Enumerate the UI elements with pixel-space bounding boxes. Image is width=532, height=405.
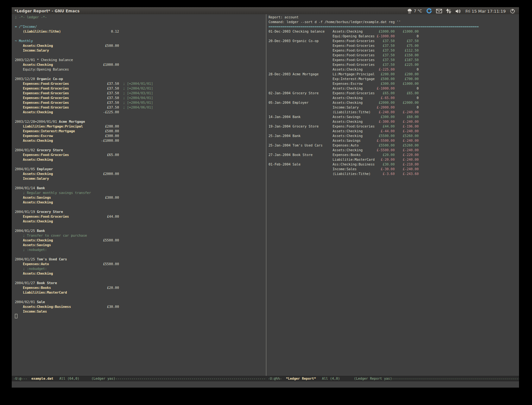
buffer-line: Assets:Checking £500.00	[15, 43, 266, 48]
text-segment: 19-Jan-2004 Grocery Store Expens:Food:Gr…	[269, 124, 375, 128]
text-segment: Income:Salary	[15, 177, 49, 180]
text-segment: £-196.00	[395, 124, 419, 128]
text-segment: £37.50	[107, 82, 119, 85]
text-segment: £-240.00	[375, 110, 395, 114]
text-segment: Assets:Savings	[269, 139, 375, 142]
refresh-icon[interactable]	[426, 8, 432, 14]
text-segment: Expenses:Escrow	[269, 82, 375, 85]
buffer-line: Assets:Checking -£1000.00	[15, 138, 266, 143]
buffer-line: Expenses:Food:Groceries £37.50 ; [=2004/…	[15, 86, 266, 91]
text-segment: ~ Monthly	[15, 39, 33, 43]
text-segment: £300.00	[375, 82, 395, 85]
buffer-line: Assets:Checking £-300.00 £-240.00	[269, 119, 519, 124]
text-segment: Assets:Checking	[15, 63, 53, 66]
text-segment: *Ledger Report*	[286, 377, 316, 380]
buffer-line: Income:Salary	[15, 48, 266, 53]
text-segment: Income:Sales	[15, 309, 47, 313]
text-segment: £30.00	[375, 162, 395, 166]
text-segment: £5500.00	[375, 134, 395, 138]
network-arrows-icon[interactable]	[446, 9, 451, 14]
buffer-line: Assets:Checking £2000.00	[15, 171, 266, 176]
text-segment: £37.50	[107, 105, 119, 109]
text-cursor	[15, 314, 17, 318]
text-segment: Assets:Checking	[15, 172, 53, 176]
window-titlebar[interactable]: *Ledger Report* - GNU Emacs 7 °C	[12, 7, 519, 14]
text-segment: Assets:Checking	[15, 110, 53, 114]
text-segment: £37.50	[107, 101, 119, 104]
modeline-right[interactable]: -U:@%%- *Ledger Report* All (4,0) (Ledge…	[266, 376, 519, 381]
text-segment: Income:Sales	[269, 167, 375, 171]
text-segment: £37.50	[107, 86, 119, 90]
buffer-line: ; :nobudget:	[15, 247, 266, 252]
buffer-line: Income:Sales £-30.00 £-240.00	[269, 167, 519, 171]
text-segment: £-240.00	[395, 158, 419, 161]
power-gear-icon[interactable]	[510, 9, 515, 14]
text-segment: ========================================…	[269, 25, 479, 28]
echo-area[interactable]	[12, 381, 519, 388]
text-segment: 0	[395, 67, 419, 71]
text-segment: ----------------------------------------…	[115, 377, 266, 380]
buffer-line	[15, 224, 266, 228]
buffer-line: Expens:Food:Groceries £37.50 £112.50	[269, 48, 519, 53]
text-segment: £200.00	[105, 124, 119, 128]
text-segment: -U:@---	[13, 377, 31, 380]
buffer-line: Expenses:Food:Groceries £37.50 ; [=2004/…	[15, 96, 266, 100]
text-segment: 2004/01/25	[15, 229, 37, 233]
buffer-line: -U:@%%- *Ledger Report* All (4,0) (Ledge…	[268, 376, 519, 381]
buffer-line: 2004/01/25 Tom's Used Cars	[15, 257, 266, 262]
text-segment: 2003/12/28=2004/01/01	[15, 120, 59, 123]
buffer-line	[15, 34, 266, 39]
text-segment: Expenses:Food:Groceries	[15, 91, 69, 95]
text-segment: Expens:Food:Groceries	[269, 53, 375, 57]
text-segment: ----------------------------------------…	[392, 377, 519, 380]
text-segment: Assets:Checking	[269, 148, 375, 152]
weather-indicator[interactable]: 7 °C	[407, 9, 422, 14]
ledger-report-buffer[interactable]: Report: accountCommand: ledger --sort d …	[266, 14, 519, 377]
ledger-file-buffer[interactable]: ; -*- ledger -*-= /^Income/ (Liabilities…	[12, 14, 266, 377]
volume-icon[interactable]	[455, 9, 461, 14]
buffer-line: Assets:Savings £300.00	[15, 195, 266, 200]
buffer-line	[15, 181, 266, 186]
buffer-line: = /^Income/	[15, 24, 266, 29]
text-segment: £60.00	[395, 115, 419, 119]
text-segment: Liabilitie:MasterCard	[269, 158, 375, 161]
buffer-line: Expenses:Food:Groceries £37.50 ; [=2004/…	[15, 91, 266, 96]
text-segment: £1000.00	[395, 29, 419, 33]
text-segment: £-3.60	[375, 172, 395, 176]
mail-icon[interactable]	[436, 9, 442, 13]
text-segment: Grocery Store	[37, 148, 63, 152]
text-segment: Assets:Checking	[15, 271, 53, 275]
buffer-line: Expenses:Books £20.00	[15, 285, 266, 290]
buffer-line: Assets:Checking £1000.00	[15, 62, 266, 67]
buffer-line: Expenses:Food:Groceries £65.00	[15, 153, 266, 157]
buffer-line: Liabilitie:MasterCard £-20.00 £-240.00	[269, 157, 519, 162]
text-segment: Assets:Checking	[15, 139, 53, 142]
text-segment: Assets:Savings	[15, 196, 51, 199]
buffer-line: ; -*- ledger -*-	[15, 15, 266, 20]
buffer-line: 2004/01/27 Book Store	[15, 281, 266, 285]
text-segment: Tom's Used Cars	[37, 257, 67, 261]
text-segment: 0	[395, 105, 419, 109]
text-segment: Expenses:Food:Groceries	[15, 105, 69, 109]
buffer-line	[15, 53, 266, 58]
text-segment: £300.00	[105, 134, 119, 138]
text-segment: Assets:Checking	[15, 219, 53, 223]
modeline-left[interactable]: -U:@--- example.dat All (64,0) (Ledger y…	[12, 376, 266, 381]
text-segment: Assets:Checking	[269, 120, 375, 123]
text-segment: Expenses:Food:Groceries	[15, 153, 69, 157]
text-segment: Assets:Checking	[269, 86, 375, 90]
buffer-line: Expenses:Food:Groceries £37.50 ; [=2004/…	[15, 105, 266, 110]
buffer-line	[15, 252, 266, 257]
text-segment: Income:Salary	[269, 105, 375, 109]
buffer-line: Expens:Food:Groceries £37.50 £225.00	[269, 62, 519, 67]
text-segment: 2004/01/25	[15, 257, 37, 261]
buffer-line: Liabilities:MasterCard	[15, 290, 266, 295]
text-segment: example.dat	[31, 377, 54, 380]
text-segment: Expenses:Food:Groceries	[15, 86, 69, 90]
text-segment: £-243.60	[395, 172, 419, 176]
text-segment: £1000.00	[375, 29, 395, 33]
text-segment: £-240.00	[395, 110, 419, 114]
clock-label[interactable]: Fri 15 Mar 17:11:19	[466, 9, 506, 14]
buffer-line: 01-Feb-2004 Sale Ass:Checking:Business £…	[269, 162, 519, 167]
buffer-line: 27-Jan-2004 Book Store Expenses:Books £2…	[269, 153, 519, 157]
